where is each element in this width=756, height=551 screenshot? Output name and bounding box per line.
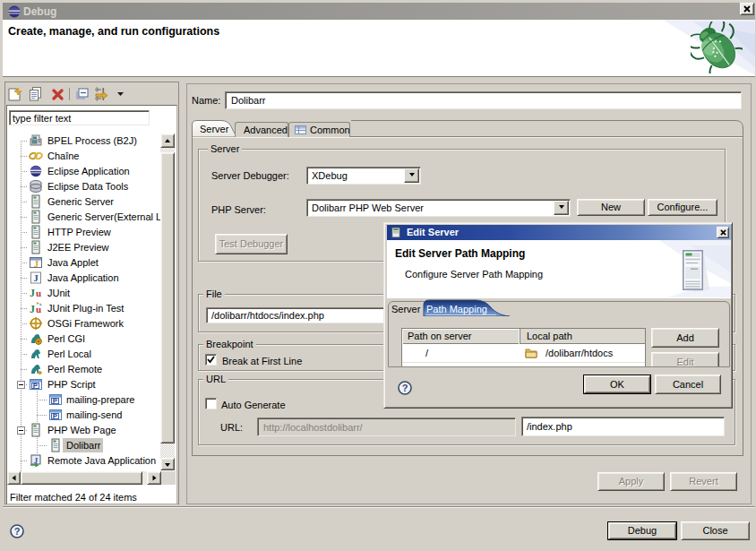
svg-text:J: J [30,287,35,299]
svg-text:P: P [53,412,58,420]
svg-text:?: ? [14,526,21,537]
svg-text:J: J [33,272,39,283]
svg-text:J: J [30,303,35,315]
svg-text:P: P [33,382,39,390]
svg-text:P: P [53,397,58,405]
svg-text:u: u [36,288,41,298]
svg-text:J: J [34,259,39,269]
svg-text:?: ? [402,383,408,393]
